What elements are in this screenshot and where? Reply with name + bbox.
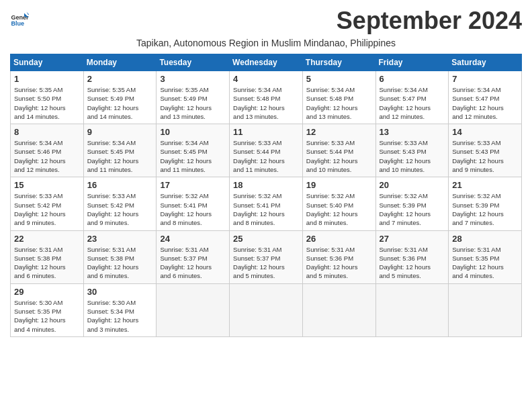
day-header-friday: Friday bbox=[375, 54, 449, 71]
logo: General Blue bbox=[10, 11, 29, 30]
calendar-cell: 1Sunrise: 5:35 AMSunset: 5:50 PMDaylight… bbox=[11, 71, 84, 124]
calendar-cell: 4Sunrise: 5:34 AMSunset: 5:48 PMDaylight… bbox=[230, 71, 303, 124]
calendar-cell: 24Sunrise: 5:31 AMSunset: 5:37 PMDayligh… bbox=[157, 230, 230, 283]
day-header-tuesday: Tuesday bbox=[157, 54, 230, 71]
calendar-cell: 25Sunrise: 5:31 AMSunset: 5:37 PMDayligh… bbox=[230, 230, 303, 283]
calendar-cell: 23Sunrise: 5:31 AMSunset: 5:38 PMDayligh… bbox=[83, 230, 157, 283]
location-subtitle: Tapikan, Autonomous Region in Muslim Min… bbox=[10, 38, 522, 48]
calendar-week-3: 22Sunrise: 5:31 AMSunset: 5:38 PMDayligh… bbox=[11, 230, 522, 283]
calendar-cell bbox=[230, 283, 303, 336]
calendar-cell bbox=[375, 283, 449, 336]
calendar-cell bbox=[449, 283, 522, 336]
calendar-cell: 22Sunrise: 5:31 AMSunset: 5:38 PMDayligh… bbox=[11, 230, 84, 283]
calendar-cell: 10Sunrise: 5:34 AMSunset: 5:45 PMDayligh… bbox=[157, 124, 230, 177]
calendar-header: SundayMondayTuesdayWednesdayThursdayFrid… bbox=[11, 54, 522, 71]
calendar-week-4: 29Sunrise: 5:30 AMSunset: 5:35 PMDayligh… bbox=[11, 283, 522, 336]
day-header-sunday: Sunday bbox=[11, 54, 84, 71]
calendar-cell bbox=[302, 283, 375, 336]
calendar-week-2: 15Sunrise: 5:33 AMSunset: 5:42 PMDayligh… bbox=[11, 177, 522, 230]
calendar-cell: 21Sunrise: 5:32 AMSunset: 5:39 PMDayligh… bbox=[449, 177, 522, 230]
calendar-cell: 5Sunrise: 5:34 AMSunset: 5:48 PMDaylight… bbox=[302, 71, 375, 124]
calendar-cell: 30Sunrise: 5:30 AMSunset: 5:34 PMDayligh… bbox=[83, 283, 157, 336]
calendar-cell: 17Sunrise: 5:32 AMSunset: 5:41 PMDayligh… bbox=[157, 177, 230, 230]
calendar-cell: 6Sunrise: 5:34 AMSunset: 5:47 PMDaylight… bbox=[375, 71, 449, 124]
calendar-week-1: 8Sunrise: 5:34 AMSunset: 5:46 PMDaylight… bbox=[11, 124, 522, 177]
calendar-cell: 18Sunrise: 5:32 AMSunset: 5:41 PMDayligh… bbox=[230, 177, 303, 230]
calendar-cell: 3Sunrise: 5:35 AMSunset: 5:49 PMDaylight… bbox=[157, 71, 230, 124]
day-header-saturday: Saturday bbox=[449, 54, 522, 71]
calendar-cell: 29Sunrise: 5:30 AMSunset: 5:35 PMDayligh… bbox=[11, 283, 84, 336]
day-header-thursday: Thursday bbox=[302, 54, 375, 71]
calendar-cell bbox=[157, 283, 230, 336]
day-header-wednesday: Wednesday bbox=[230, 54, 303, 71]
svg-text:Blue: Blue bbox=[11, 20, 24, 27]
calendar-cell: 15Sunrise: 5:33 AMSunset: 5:42 PMDayligh… bbox=[11, 177, 84, 230]
calendar-cell: 28Sunrise: 5:31 AMSunset: 5:35 PMDayligh… bbox=[449, 230, 522, 283]
calendar-cell: 27Sunrise: 5:31 AMSunset: 5:36 PMDayligh… bbox=[375, 230, 449, 283]
calendar-cell: 14Sunrise: 5:33 AMSunset: 5:43 PMDayligh… bbox=[449, 124, 522, 177]
calendar-cell: 12Sunrise: 5:33 AMSunset: 5:44 PMDayligh… bbox=[302, 124, 375, 177]
calendar-cell: 16Sunrise: 5:33 AMSunset: 5:42 PMDayligh… bbox=[83, 177, 157, 230]
calendar-cell: 7Sunrise: 5:34 AMSunset: 5:47 PMDaylight… bbox=[449, 71, 522, 124]
calendar-cell: 9Sunrise: 5:34 AMSunset: 5:45 PMDaylight… bbox=[83, 124, 157, 177]
calendar-cell: 26Sunrise: 5:31 AMSunset: 5:36 PMDayligh… bbox=[302, 230, 375, 283]
calendar-table: SundayMondayTuesdayWednesdayThursdayFrid… bbox=[10, 54, 522, 337]
calendar-cell: 8Sunrise: 5:34 AMSunset: 5:46 PMDaylight… bbox=[11, 124, 84, 177]
calendar-cell: 13Sunrise: 5:33 AMSunset: 5:43 PMDayligh… bbox=[375, 124, 449, 177]
calendar-cell: 20Sunrise: 5:32 AMSunset: 5:39 PMDayligh… bbox=[375, 177, 449, 230]
calendar-cell: 2Sunrise: 5:35 AMSunset: 5:49 PMDaylight… bbox=[83, 71, 157, 124]
calendar-body: 1Sunrise: 5:35 AMSunset: 5:50 PMDaylight… bbox=[11, 71, 522, 337]
day-header-monday: Monday bbox=[83, 54, 157, 71]
calendar-cell: 11Sunrise: 5:33 AMSunset: 5:44 PMDayligh… bbox=[230, 124, 303, 177]
month-title: September 2024 bbox=[337, 7, 522, 35]
calendar-cell: 19Sunrise: 5:32 AMSunset: 5:40 PMDayligh… bbox=[302, 177, 375, 230]
logo-icon: General Blue bbox=[10, 11, 29, 30]
calendar-week-0: 1Sunrise: 5:35 AMSunset: 5:50 PMDaylight… bbox=[11, 71, 522, 124]
svg-text:General: General bbox=[11, 14, 29, 21]
